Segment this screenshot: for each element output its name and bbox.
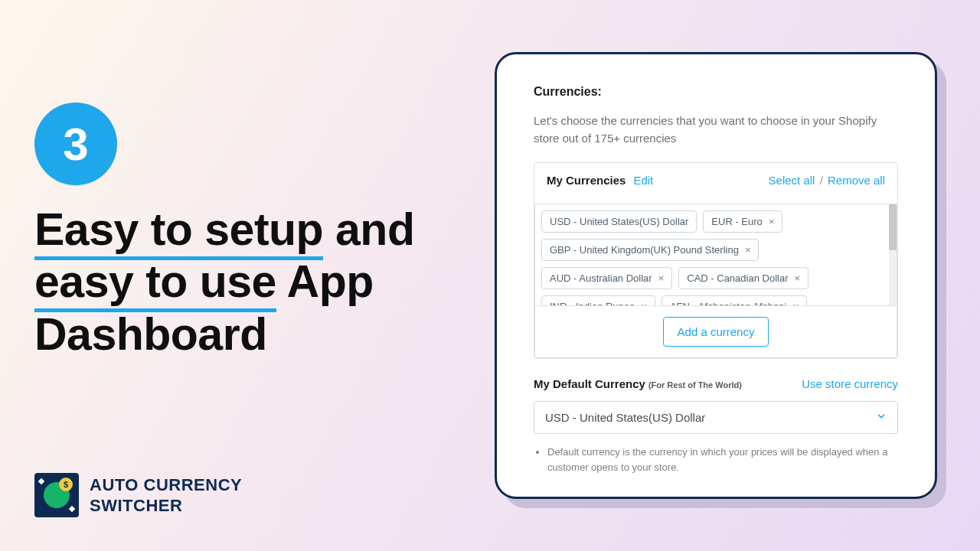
currencies-card: My Currencies Edit Select all / Remove a… xyxy=(534,162,898,359)
brand-row: $ AUTO CURRENCY SWITCHER xyxy=(34,473,242,517)
default-currency-subtitle: (For Rest of The World) xyxy=(648,380,742,390)
remove-all-link[interactable]: Remove all xyxy=(828,174,885,187)
brand-logo-icon: $ xyxy=(34,473,79,517)
headline-part-4: App xyxy=(287,256,374,307)
headline: Easy to setup and easy to use App Dashbo… xyxy=(34,204,433,360)
currency-chip-label: EUR - Euro xyxy=(711,216,762,227)
currency-chip-list: USD - United States(US) DollarEUR - Euro… xyxy=(534,204,897,306)
remove-chip-icon[interactable]: × xyxy=(658,273,665,283)
scrollbar-thumb[interactable] xyxy=(889,204,897,250)
scrollbar-track[interactable] xyxy=(889,204,897,305)
headline-part-3: easy to use xyxy=(34,256,276,312)
default-currency-select[interactable]: USD - United States(US) Dollar xyxy=(534,401,898,434)
currency-chip[interactable]: EUR - Euro× xyxy=(703,210,782,233)
headline-part-1: Easy to setup xyxy=(34,204,323,260)
default-currency-title: My Default Currency xyxy=(534,377,645,390)
currency-chip-label: INR - Indian Rupee xyxy=(550,301,635,306)
remove-chip-icon[interactable]: × xyxy=(792,302,799,306)
currency-chip[interactable]: GBP - United Kingdom(UK) Pound Sterling× xyxy=(541,239,759,261)
currency-chip[interactable]: USD - United States(US) Dollar xyxy=(541,210,697,233)
default-currency-value: USD - United States(US) Dollar xyxy=(545,411,705,424)
currency-chip-label: GBP - United Kingdom(UK) Pound Sterling xyxy=(550,244,739,256)
add-currency-button[interactable]: Add a currency xyxy=(663,317,769,347)
chevron-down-icon xyxy=(876,411,887,424)
currency-chip[interactable]: CAD - Canadian Dollar× xyxy=(678,267,808,289)
headline-part-5: Dashboard xyxy=(34,309,267,360)
remove-chip-icon[interactable]: × xyxy=(769,217,775,227)
currencies-section-desc: Let's choose the currencies that you wan… xyxy=(534,112,898,147)
headline-part-2: and xyxy=(335,204,414,255)
use-store-currency-link[interactable]: Use store currency xyxy=(802,377,898,390)
brand-name: AUTO CURRENCY SWITCHER xyxy=(90,474,242,517)
currency-chip[interactable]: INR - Indian Rupee× xyxy=(541,295,655,306)
remove-chip-icon[interactable]: × xyxy=(641,302,647,306)
currency-chip[interactable]: AFN - Afghanistan Afghani× xyxy=(662,295,807,306)
currency-chip-label: CAD - Canadian Dollar xyxy=(687,272,788,284)
currency-chip-label: AUD - Australian Dollar xyxy=(550,272,652,284)
my-currencies-title: My Currencies xyxy=(547,174,626,187)
currencies-section-title: Currencies: xyxy=(534,85,898,99)
edit-currencies-link[interactable]: Edit xyxy=(633,174,653,187)
remove-chip-icon[interactable]: × xyxy=(745,245,751,255)
step-number-badge: 3 xyxy=(34,103,117,185)
currency-chip-label: AFN - Afghanistan Afghani xyxy=(670,301,786,306)
default-currency-note: Default currency is the currency in whic… xyxy=(547,445,898,475)
select-all-link[interactable]: Select all xyxy=(769,174,815,187)
link-separator: / xyxy=(820,174,823,187)
currency-chip[interactable]: AUD - Australian Dollar× xyxy=(541,267,672,289)
remove-chip-icon[interactable]: × xyxy=(794,273,800,283)
currency-chip-label: USD - United States(US) Dollar xyxy=(550,216,688,227)
settings-panel: Currencies: Let's choose the currencies … xyxy=(495,52,937,499)
